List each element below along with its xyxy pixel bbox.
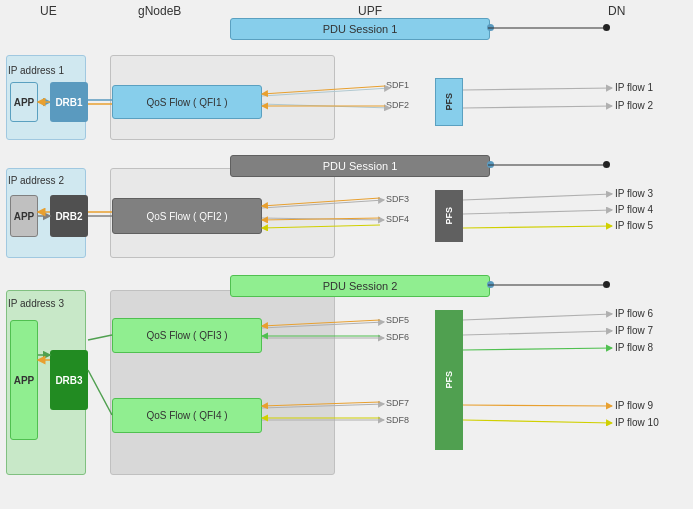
ip-flow-9: IP flow 9: [615, 400, 653, 411]
sdf2-label: SDF2: [386, 100, 409, 110]
dn-header: DN: [608, 4, 625, 18]
svg-line-21: [463, 210, 612, 214]
ue-header: UE: [40, 4, 57, 18]
ip-flow-2: IP flow 2: [615, 100, 653, 111]
pfs-box-row1: PFS: [435, 78, 463, 126]
ip-flow-10: IP flow 10: [615, 417, 659, 428]
dot-session1-gray: [487, 161, 494, 168]
svg-line-22: [463, 226, 612, 228]
svg-line-39: [463, 405, 612, 406]
ip-address-2: IP address 2: [8, 175, 64, 186]
svg-line-40: [463, 420, 612, 423]
sdf5-label: SDF5: [386, 315, 409, 325]
dot-dn-row3: [603, 281, 610, 288]
app-box-row1: APP: [10, 82, 38, 122]
sdf7-label: SDF7: [386, 398, 409, 408]
ip-flow-4: IP flow 4: [615, 204, 653, 215]
dot-dn-row2: [603, 161, 610, 168]
sdf8-label: SDF8: [386, 415, 409, 425]
drb2-box: DRB2: [50, 195, 88, 237]
ip-flow-3: IP flow 3: [615, 188, 653, 199]
gnodeb-header: gNodeB: [138, 4, 181, 18]
qos-flow-4: QoS Flow ( QFI4 ): [112, 398, 262, 433]
pdu-session1-gray-label: PDU Session 1: [323, 160, 398, 172]
dot-dn-row1: [603, 24, 610, 31]
diagram: UE gNodeB UPF DN PDU Session 1 IP addres…: [0, 0, 693, 509]
pdu-session1-gray: PDU Session 1: [230, 155, 490, 177]
drb1-box: DRB1: [50, 82, 88, 122]
pdu-session1-blue-label: PDU Session 1: [323, 23, 398, 35]
qos-flow-3: QoS Flow ( QFI3 ): [112, 318, 262, 353]
drb3-box: DRB3: [50, 350, 88, 410]
ip-address-1: IP address 1: [8, 65, 64, 76]
sdf4-label: SDF4: [386, 214, 409, 224]
svg-line-20: [463, 194, 612, 200]
qos-flow-1: QoS Flow ( QFI1 ): [112, 85, 262, 119]
pdu-session2-green: PDU Session 2: [230, 275, 490, 297]
app-box-row2: APP: [10, 195, 38, 237]
ip-flow-1: IP flow 1: [615, 82, 653, 93]
ip-address-3: IP address 3: [8, 298, 64, 309]
upf-header: UPF: [358, 4, 382, 18]
ip-flow-5: IP flow 5: [615, 220, 653, 231]
pfs-box-row3: PFS: [435, 310, 463, 450]
ip-flow-6: IP flow 6: [615, 308, 653, 319]
svg-line-37: [463, 331, 612, 335]
ip-flow-8: IP flow 8: [615, 342, 653, 353]
dot-session1-blue: [487, 24, 494, 31]
qos-flow-2: QoS Flow ( QFI2 ): [112, 198, 262, 234]
ip-flow-7: IP flow 7: [615, 325, 653, 336]
svg-line-26: [88, 335, 112, 340]
sdf6-label: SDF6: [386, 332, 409, 342]
app-box-row3: APP: [10, 320, 38, 440]
pdu-session2-green-label: PDU Session 2: [323, 280, 398, 292]
svg-line-27: [88, 370, 112, 415]
svg-line-8: [463, 88, 612, 90]
svg-line-38: [463, 348, 612, 350]
sdf3-label: SDF3: [386, 194, 409, 204]
svg-line-9: [463, 106, 612, 108]
pdu-session1-blue: PDU Session 1: [230, 18, 490, 40]
arrows-overlay: [0, 0, 693, 509]
pfs-box-row2: PFS: [435, 190, 463, 242]
svg-line-36: [463, 314, 612, 320]
sdf1-label: SDF1: [386, 80, 409, 90]
dot-session2-green: [487, 281, 494, 288]
